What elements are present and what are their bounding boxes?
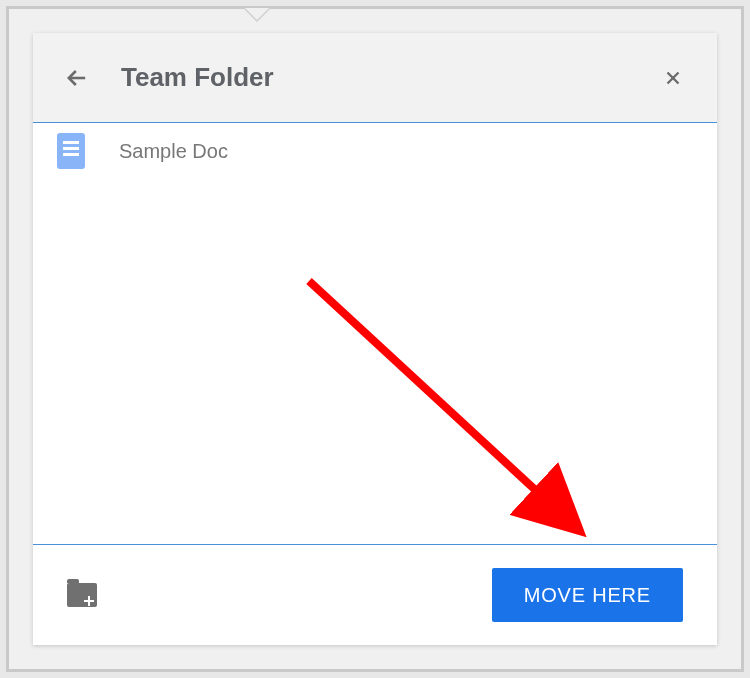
callout-pointer	[243, 8, 271, 22]
close-icon	[662, 67, 684, 89]
dialog-footer: MOVE HERE	[33, 545, 717, 645]
window-outer: Team Folder Sample Doc MOVE HERE	[6, 6, 744, 672]
file-name: Sample Doc	[119, 140, 228, 163]
file-list: Sample Doc	[33, 123, 717, 545]
list-item[interactable]: Sample Doc	[33, 123, 717, 179]
dialog-header: Team Folder	[33, 33, 717, 123]
close-button[interactable]	[653, 58, 693, 98]
arrow-left-icon	[63, 64, 91, 92]
document-icon	[57, 133, 85, 169]
new-folder-button[interactable]	[67, 583, 97, 607]
dialog-title: Team Folder	[121, 62, 274, 93]
plus-icon	[84, 596, 94, 606]
back-button[interactable]	[57, 58, 97, 98]
move-dialog: Team Folder Sample Doc MOVE HERE	[33, 33, 717, 645]
move-here-button[interactable]: MOVE HERE	[492, 568, 683, 622]
